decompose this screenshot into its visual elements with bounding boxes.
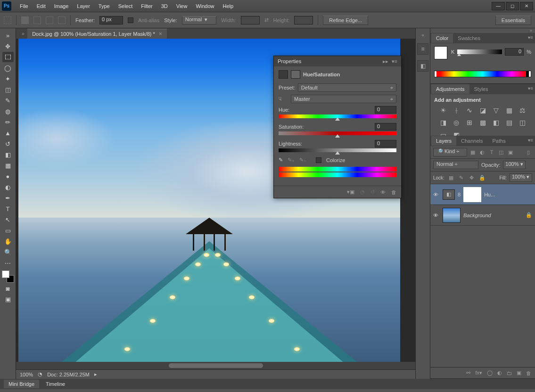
shape-tool[interactable]: ▭ xyxy=(2,225,14,236)
color-panel-menu[interactable]: ▾≡ xyxy=(528,35,533,40)
mask-thumb[interactable] xyxy=(463,187,481,202)
fx-icon[interactable]: fx▾ xyxy=(475,370,482,376)
adjustments-panel-menu[interactable]: ▾≡ xyxy=(528,86,533,91)
hue-sat-icon[interactable]: ▦ xyxy=(505,106,513,114)
menu-filter[interactable]: Filter xyxy=(137,2,156,10)
edit-toolbar[interactable]: ⋯ xyxy=(2,258,14,268)
visibility-icon[interactable]: 👁 xyxy=(433,212,440,218)
handle-icon[interactable]: » xyxy=(2,30,14,41)
clip-icon[interactable]: ▾▣ xyxy=(347,189,354,195)
marquee-tool-icon[interactable] xyxy=(4,16,11,24)
filter-pixel-icon[interactable]: ▦ xyxy=(469,148,477,156)
pen-tool[interactable]: ✒ xyxy=(2,193,14,203)
wand-tool[interactable]: ✦ xyxy=(2,74,14,84)
maximize-button[interactable]: ◻ xyxy=(506,2,519,10)
color-balance-icon[interactable]: ⚖ xyxy=(518,106,527,114)
eyedropper-subtract-icon[interactable]: ✎₋ xyxy=(299,157,306,163)
refine-edge-button[interactable]: Refine Edge... xyxy=(323,16,368,25)
lock-position-icon[interactable]: ✥ xyxy=(468,174,476,181)
tab-adjustments[interactable]: Adjustments xyxy=(431,84,469,94)
blur-tool[interactable]: ● xyxy=(2,171,14,181)
filter-type-icon[interactable]: T xyxy=(488,148,495,156)
targeted-adjust-icon[interactable]: ☟ xyxy=(279,96,288,102)
tab-styles[interactable]: Styles xyxy=(469,84,493,94)
eyedropper-tool[interactable]: ✎ xyxy=(2,95,14,106)
screenmode-tool[interactable]: ▣ xyxy=(2,294,14,304)
panels-handle[interactable]: » xyxy=(430,28,535,33)
levels-icon[interactable]: ⟊ xyxy=(452,106,461,114)
mask-type-icon[interactable] xyxy=(291,70,300,79)
brightness-icon[interactable]: ☀ xyxy=(439,106,447,114)
type-tool[interactable]: T xyxy=(2,204,14,214)
tab-mini-bridge[interactable]: Mini Bridge xyxy=(4,380,39,388)
reset-icon[interactable]: ↺ xyxy=(370,189,375,195)
menu-type[interactable]: Type xyxy=(95,2,114,10)
foreground-color-swatch[interactable] xyxy=(434,46,447,59)
k-slider[interactable] xyxy=(457,49,502,54)
lasso-tool[interactable]: ◯ xyxy=(2,63,14,73)
delete-icon[interactable]: 🗑 xyxy=(526,370,531,376)
history-brush-tool[interactable]: ↺ xyxy=(2,139,14,149)
filter-smart-icon[interactable]: ▣ xyxy=(507,148,514,156)
stamp-tool[interactable]: ▲ xyxy=(2,128,14,138)
k-value[interactable]: 0 xyxy=(505,48,524,56)
lock-all-icon[interactable]: 🔒 xyxy=(478,174,486,181)
tab-channels[interactable]: Channels xyxy=(456,136,487,146)
style-select[interactable]: Normal ▾ xyxy=(182,16,217,24)
hand-tool[interactable]: ✋ xyxy=(2,236,14,246)
posterize-icon[interactable]: ▤ xyxy=(505,119,513,126)
zoom-level[interactable]: 100% xyxy=(20,372,33,377)
document-tab[interactable]: Dock.jpg @ 100% (Hue/Saturation 1, Layer… xyxy=(27,29,167,39)
menu-edit[interactable]: Edit xyxy=(33,2,49,10)
lock-transparent-icon[interactable]: ▦ xyxy=(447,174,455,181)
channel-select[interactable]: Master÷ xyxy=(291,95,396,103)
vibrance-icon[interactable]: ▽ xyxy=(492,106,500,114)
menu-window[interactable]: Window xyxy=(192,2,218,10)
selection-intersect-icon[interactable] xyxy=(58,16,66,24)
eraser-tool[interactable]: ◧ xyxy=(2,149,14,160)
channel-mixer-icon[interactable]: ⊞ xyxy=(465,119,474,126)
horizontal-scrollbar[interactable] xyxy=(16,362,415,369)
layer-row-background[interactable]: 👁 Background 🔒 xyxy=(430,205,535,226)
adjustment-icon[interactable]: ◐ xyxy=(497,370,502,376)
color-swatches[interactable] xyxy=(2,270,14,283)
filter-toggle[interactable]: ▯ xyxy=(525,148,532,156)
hue-slider[interactable] xyxy=(279,114,396,118)
layer-row-hue-saturation[interactable]: 👁 ◧ 8 Hu... xyxy=(430,184,535,205)
antialias-checkbox[interactable] xyxy=(128,17,133,23)
saturation-slider[interactable] xyxy=(279,131,396,135)
path-tool[interactable]: ↖ xyxy=(2,214,14,225)
previous-state-icon[interactable]: ◔ xyxy=(360,189,365,195)
invert-icon[interactable]: ◧ xyxy=(492,119,500,126)
status-icon[interactable]: ◔ xyxy=(38,371,42,377)
preset-select[interactable]: Default÷ xyxy=(298,83,396,92)
healing-tool[interactable]: ◍ xyxy=(2,106,14,116)
zoom-tool[interactable]: 🔍 xyxy=(2,247,14,257)
tab-swatches[interactable]: Swatches xyxy=(453,33,485,43)
menu-view[interactable]: View xyxy=(173,2,191,10)
exposure-icon[interactable]: ◪ xyxy=(478,106,487,114)
trash-icon[interactable]: 🗑 xyxy=(391,189,396,195)
brush-tool[interactable]: ✏ xyxy=(2,117,14,127)
link-icon[interactable]: 8 xyxy=(458,192,461,197)
status-arrow[interactable]: ▸ xyxy=(94,371,97,377)
selection-add-icon[interactable] xyxy=(33,16,41,24)
filter-shape-icon[interactable]: ◫ xyxy=(497,148,505,156)
layers-panel-menu[interactable]: ▾≡ xyxy=(528,138,533,143)
gradient-tool[interactable]: ▦ xyxy=(2,160,14,171)
visibility-toggle-icon[interactable]: 👁 xyxy=(380,189,386,195)
close-tab-icon[interactable]: × xyxy=(159,31,162,37)
layer-name[interactable]: Hu... xyxy=(484,192,495,197)
visibility-icon[interactable]: 👁 xyxy=(433,192,440,197)
menu-layer[interactable]: Layer xyxy=(73,2,94,10)
threshold-icon[interactable]: ◫ xyxy=(518,119,527,126)
menu-image[interactable]: Image xyxy=(50,2,73,10)
new-layer-icon[interactable]: ▣ xyxy=(517,370,521,376)
tabs-handle[interactable]: » xyxy=(22,31,25,36)
selection-subtract-icon[interactable] xyxy=(46,16,53,24)
group-icon[interactable]: 🗀 xyxy=(507,370,512,376)
saturation-value[interactable]: 0 xyxy=(375,123,396,131)
tab-color[interactable]: Color xyxy=(431,33,453,43)
filter-kind-select[interactable]: 🔎 Kind ÷ xyxy=(433,148,467,156)
menu-help[interactable]: Help xyxy=(219,2,238,10)
